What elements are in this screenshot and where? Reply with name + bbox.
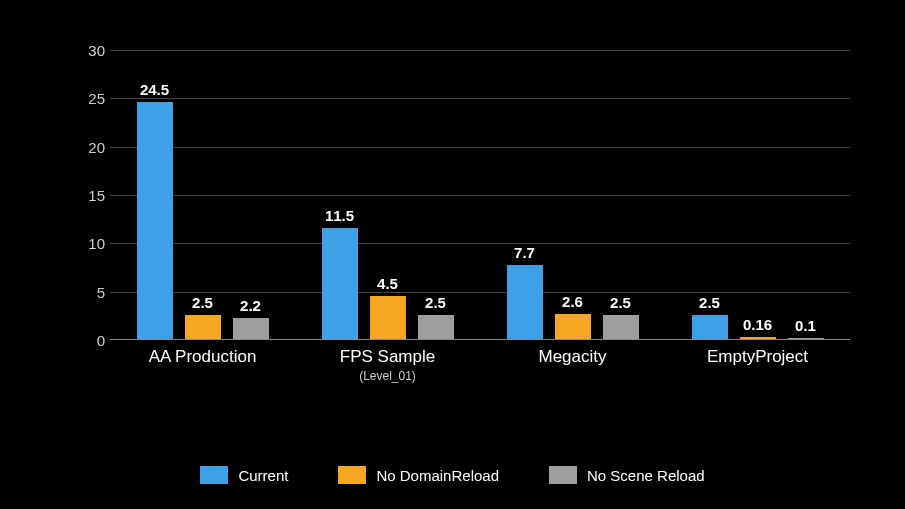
y-tick-label: 0	[60, 332, 105, 349]
x-tick-label: EmptyProject	[658, 339, 858, 367]
bar-value-label: 0.16	[743, 316, 772, 337]
bar: 2.5	[185, 315, 221, 339]
bar: 7.7	[507, 265, 543, 339]
legend-swatch	[549, 466, 577, 484]
y-tick-label: 5	[60, 283, 105, 300]
bar-value-label: 2.5	[192, 294, 213, 315]
bar-value-label: 2.6	[562, 293, 583, 314]
bar: 2.5	[418, 315, 454, 339]
plot-area: 24.52.52.2AA Production11.54.52.5FPS Sam…	[110, 50, 850, 340]
bar: 2.2	[233, 318, 269, 339]
x-tick-label: AA Production	[103, 339, 303, 367]
y-tick-label: 10	[60, 235, 105, 252]
bar-value-label: 2.2	[240, 297, 261, 318]
bar-chart: 24.52.52.2AA Production11.54.52.5FPS Sam…	[60, 50, 850, 390]
gridline	[110, 243, 850, 244]
gridline	[110, 292, 850, 293]
category-sublabel: (Level_01)	[288, 369, 488, 383]
bar-value-label: 2.5	[699, 294, 720, 315]
legend-swatch	[338, 466, 366, 484]
bar-value-label: 0.1	[795, 317, 816, 338]
y-tick-label: 30	[60, 42, 105, 59]
bar: 2.6	[555, 314, 591, 339]
bar-value-label: 24.5	[140, 81, 169, 102]
x-tick-label: Megacity	[473, 339, 673, 367]
bar: 4.5	[370, 296, 406, 340]
legend-item: No Scene Reload	[549, 466, 705, 484]
legend-label: No Scene Reload	[587, 467, 705, 484]
y-tick-label: 15	[60, 187, 105, 204]
legend-label: Current	[238, 467, 288, 484]
legend-item: No DomainReload	[338, 466, 499, 484]
category-label: EmptyProject	[707, 347, 808, 366]
gridline	[110, 98, 850, 99]
gridline	[110, 147, 850, 148]
bar-value-label: 2.5	[610, 294, 631, 315]
category-label: Megacity	[538, 347, 606, 366]
bar: 2.5	[603, 315, 639, 339]
x-tick-label: FPS Sample(Level_01)	[288, 339, 488, 383]
category-label: FPS Sample	[340, 347, 435, 366]
y-tick-label: 25	[60, 90, 105, 107]
legend-label: No DomainReload	[376, 467, 499, 484]
bar: 2.5	[692, 315, 728, 339]
bar: 24.5	[137, 102, 173, 339]
gridline	[110, 195, 850, 196]
category-label: AA Production	[149, 347, 257, 366]
bar-value-label: 4.5	[377, 275, 398, 296]
legend-swatch	[200, 466, 228, 484]
legend-item: Current	[200, 466, 288, 484]
legend: CurrentNo DomainReloadNo Scene Reload	[0, 466, 905, 484]
bar-value-label: 7.7	[514, 244, 535, 265]
bar-value-label: 2.5	[425, 294, 446, 315]
bar: 11.5	[322, 228, 358, 339]
bar-value-label: 11.5	[325, 207, 354, 228]
gridline	[110, 50, 850, 51]
y-tick-label: 20	[60, 138, 105, 155]
